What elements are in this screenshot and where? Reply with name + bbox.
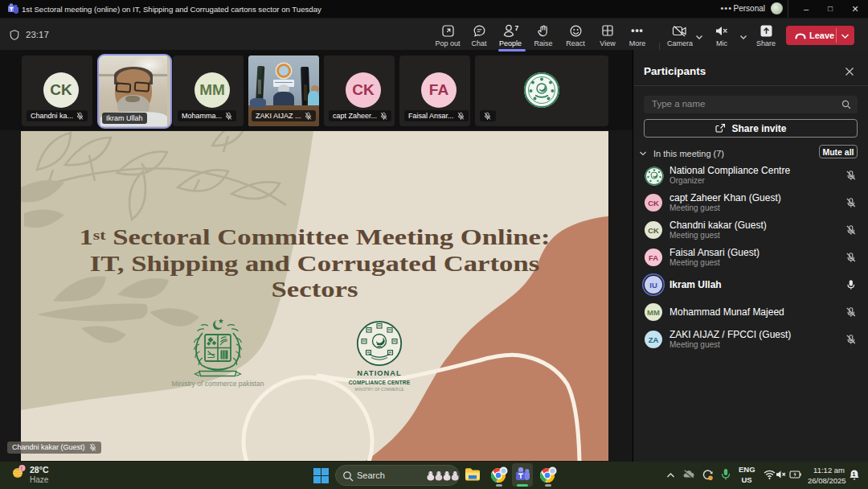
svg-text:!: ! (21, 466, 23, 471)
svg-text:7: 7 (515, 24, 519, 32)
svg-text:1: 1 (852, 471, 855, 478)
